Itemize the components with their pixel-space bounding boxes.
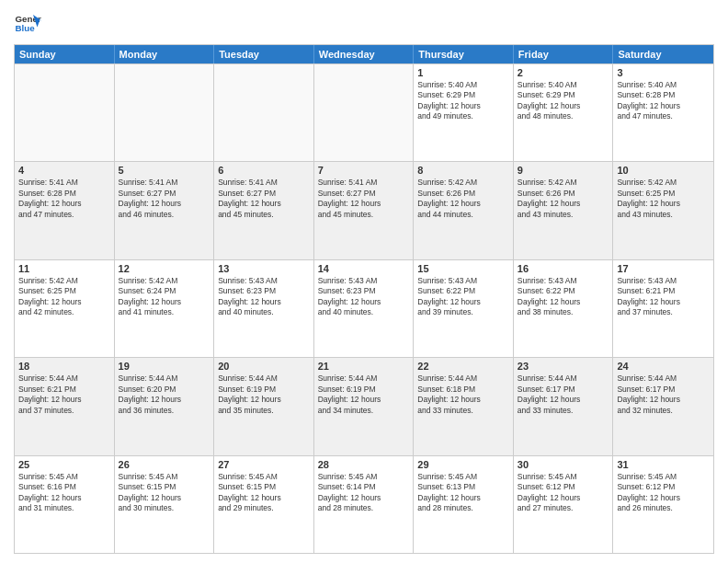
day-number: 17 (617, 263, 710, 274)
cell-info: Sunrise: 5:43 AM Sunset: 6:23 PM Dayligh… (318, 276, 410, 318)
cell-info: Sunrise: 5:40 AM Sunset: 6:28 PM Dayligh… (617, 80, 710, 122)
calendar-cell: 22Sunrise: 5:44 AM Sunset: 6:18 PM Dayli… (414, 358, 514, 454)
cell-info: Sunrise: 5:42 AM Sunset: 6:26 PM Dayligh… (417, 178, 509, 220)
day-number: 18 (18, 361, 110, 372)
calendar-cell: 31Sunrise: 5:45 AM Sunset: 6:12 PM Dayli… (613, 456, 713, 553)
day-number: 11 (18, 263, 110, 274)
cal-header-day: Saturday (613, 45, 713, 63)
cell-info: Sunrise: 5:45 AM Sunset: 6:12 PM Dayligh… (518, 472, 609, 514)
cell-info: Sunrise: 5:44 AM Sunset: 6:19 PM Dayligh… (218, 373, 310, 416)
day-number: 5 (119, 165, 210, 176)
cal-header-day: Thursday (414, 45, 514, 63)
cell-info: Sunrise: 5:40 AM Sunset: 6:29 PM Dayligh… (518, 80, 609, 122)
logo-icon: General Blue (14, 9, 41, 37)
day-number: 4 (18, 165, 110, 176)
cell-info: Sunrise: 5:45 AM Sunset: 6:13 PM Dayligh… (417, 472, 509, 514)
calendar-cell: 27Sunrise: 5:45 AM Sunset: 6:15 PM Dayli… (214, 456, 314, 553)
day-number: 15 (417, 263, 509, 274)
day-number: 12 (119, 263, 210, 274)
calendar-cell: 29Sunrise: 5:45 AM Sunset: 6:13 PM Dayli… (414, 456, 514, 553)
day-number: 26 (119, 459, 210, 470)
cell-info: Sunrise: 5:43 AM Sunset: 6:22 PM Dayligh… (417, 276, 509, 318)
calendar-cell: 23Sunrise: 5:44 AM Sunset: 6:17 PM Dayli… (514, 358, 614, 454)
calendar-cell: 14Sunrise: 5:43 AM Sunset: 6:23 PM Dayli… (314, 260, 415, 357)
cell-info: Sunrise: 5:45 AM Sunset: 6:12 PM Dayligh… (617, 472, 710, 514)
cell-info: Sunrise: 5:44 AM Sunset: 6:21 PM Dayligh… (18, 373, 110, 416)
day-number: 9 (518, 165, 609, 176)
calendar-cell (314, 64, 415, 161)
cell-info: Sunrise: 5:41 AM Sunset: 6:27 PM Dayligh… (318, 178, 410, 220)
cell-info: Sunrise: 5:41 AM Sunset: 6:28 PM Dayligh… (18, 178, 110, 220)
cell-info: Sunrise: 5:45 AM Sunset: 6:14 PM Dayligh… (318, 472, 410, 514)
cell-info: Sunrise: 5:42 AM Sunset: 6:25 PM Dayligh… (18, 276, 110, 318)
calendar-cell: 16Sunrise: 5:43 AM Sunset: 6:22 PM Dayli… (514, 260, 614, 357)
cell-info: Sunrise: 5:45 AM Sunset: 6:15 PM Dayligh… (119, 472, 210, 514)
day-number: 25 (18, 459, 110, 470)
svg-text:Blue: Blue (16, 23, 36, 33)
cal-header-day: Sunday (15, 45, 115, 63)
cell-info: Sunrise: 5:41 AM Sunset: 6:27 PM Dayligh… (119, 178, 210, 220)
cell-info: Sunrise: 5:41 AM Sunset: 6:27 PM Dayligh… (218, 178, 310, 220)
calendar-cell: 2Sunrise: 5:40 AM Sunset: 6:29 PM Daylig… (514, 64, 614, 161)
calendar-cell: 17Sunrise: 5:43 AM Sunset: 6:21 PM Dayli… (613, 260, 713, 357)
cal-header-day: Tuesday (214, 45, 314, 63)
day-number: 23 (518, 361, 609, 372)
cal-header-day: Monday (115, 45, 215, 63)
cell-info: Sunrise: 5:44 AM Sunset: 6:19 PM Dayligh… (318, 373, 410, 416)
cell-info: Sunrise: 5:42 AM Sunset: 6:24 PM Dayligh… (119, 276, 210, 318)
calendar-cell: 12Sunrise: 5:42 AM Sunset: 6:24 PM Dayli… (115, 260, 215, 357)
day-number: 19 (119, 361, 210, 372)
cell-info: Sunrise: 5:40 AM Sunset: 6:29 PM Dayligh… (417, 80, 509, 122)
day-number: 8 (417, 165, 509, 176)
calendar: SundayMondayTuesdayWednesdayThursdayFrid… (14, 44, 714, 554)
day-number: 24 (617, 361, 710, 372)
calendar-cell: 4Sunrise: 5:41 AM Sunset: 6:28 PM Daylig… (15, 162, 115, 259)
calendar-cell: 19Sunrise: 5:44 AM Sunset: 6:20 PM Dayli… (115, 358, 215, 454)
calendar-cell: 20Sunrise: 5:44 AM Sunset: 6:19 PM Dayli… (214, 358, 314, 454)
cell-info: Sunrise: 5:45 AM Sunset: 6:15 PM Dayligh… (218, 472, 310, 514)
day-number: 10 (617, 165, 710, 176)
calendar-body: 1Sunrise: 5:40 AM Sunset: 6:29 PM Daylig… (15, 63, 713, 553)
cell-info: Sunrise: 5:44 AM Sunset: 6:20 PM Dayligh… (119, 373, 210, 416)
calendar-cell (15, 64, 115, 161)
calendar-cell: 10Sunrise: 5:42 AM Sunset: 6:25 PM Dayli… (613, 162, 713, 259)
day-number: 20 (218, 361, 310, 372)
calendar-cell: 7Sunrise: 5:41 AM Sunset: 6:27 PM Daylig… (314, 162, 415, 259)
calendar-cell: 30Sunrise: 5:45 AM Sunset: 6:12 PM Dayli… (514, 456, 614, 553)
cell-info: Sunrise: 5:42 AM Sunset: 6:26 PM Dayligh… (518, 178, 609, 220)
calendar-cell: 11Sunrise: 5:42 AM Sunset: 6:25 PM Dayli… (15, 260, 115, 357)
calendar-cell: 28Sunrise: 5:45 AM Sunset: 6:14 PM Dayli… (314, 456, 415, 553)
calendar-row: 1Sunrise: 5:40 AM Sunset: 6:29 PM Daylig… (15, 63, 713, 161)
cell-info: Sunrise: 5:43 AM Sunset: 6:21 PM Dayligh… (617, 276, 710, 318)
day-number: 30 (518, 459, 609, 470)
cell-info: Sunrise: 5:42 AM Sunset: 6:25 PM Dayligh… (617, 178, 710, 220)
cell-info: Sunrise: 5:44 AM Sunset: 6:18 PM Dayligh… (417, 373, 509, 416)
calendar-cell (115, 64, 215, 161)
calendar-row: 25Sunrise: 5:45 AM Sunset: 6:16 PM Dayli… (15, 455, 713, 553)
calendar-row: 18Sunrise: 5:44 AM Sunset: 6:21 PM Dayli… (15, 357, 713, 454)
day-number: 29 (417, 459, 509, 470)
day-number: 31 (617, 459, 710, 470)
day-number: 28 (318, 459, 410, 470)
cell-info: Sunrise: 5:44 AM Sunset: 6:17 PM Dayligh… (518, 373, 609, 416)
calendar-cell: 13Sunrise: 5:43 AM Sunset: 6:23 PM Dayli… (214, 260, 314, 357)
cal-header-day: Wednesday (314, 45, 415, 63)
page: General Blue SundayMondayTuesdayWednesda… (0, 0, 728, 563)
calendar-cell: 25Sunrise: 5:45 AM Sunset: 6:16 PM Dayli… (15, 456, 115, 553)
day-number: 2 (518, 67, 609, 78)
cal-header-day: Friday (514, 45, 614, 63)
calendar-row: 11Sunrise: 5:42 AM Sunset: 6:25 PM Dayli… (15, 259, 713, 357)
calendar-cell (214, 64, 314, 161)
calendar-cell: 9Sunrise: 5:42 AM Sunset: 6:26 PM Daylig… (514, 162, 614, 259)
calendar-cell: 6Sunrise: 5:41 AM Sunset: 6:27 PM Daylig… (214, 162, 314, 259)
cell-info: Sunrise: 5:43 AM Sunset: 6:23 PM Dayligh… (218, 276, 310, 318)
cell-info: Sunrise: 5:44 AM Sunset: 6:17 PM Dayligh… (617, 373, 710, 416)
day-number: 22 (417, 361, 509, 372)
cell-info: Sunrise: 5:43 AM Sunset: 6:22 PM Dayligh… (518, 276, 609, 318)
day-number: 21 (318, 361, 410, 372)
header: General Blue (14, 9, 714, 37)
calendar-row: 4Sunrise: 5:41 AM Sunset: 6:28 PM Daylig… (15, 161, 713, 259)
day-number: 1 (417, 67, 509, 78)
day-number: 13 (218, 263, 310, 274)
calendar-cell: 5Sunrise: 5:41 AM Sunset: 6:27 PM Daylig… (115, 162, 215, 259)
